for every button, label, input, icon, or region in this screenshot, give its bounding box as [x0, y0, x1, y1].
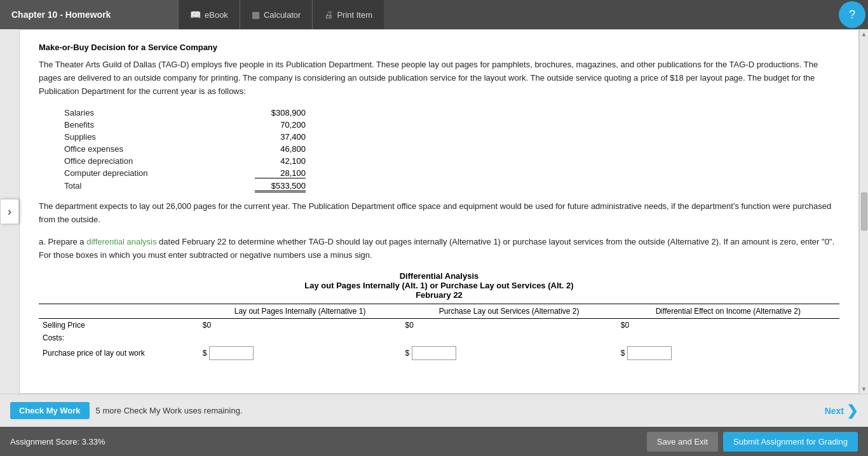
footer-bar: Assignment Score: 3.33% Save and Exit Su…: [0, 427, 868, 456]
budget-row-total: Total $533,500: [64, 180, 306, 194]
diff-input-alt2-prefix: $: [405, 349, 410, 358]
budget-row-salaries: Salaries $308,900: [64, 107, 306, 119]
assignment-score-value: 3.33%: [82, 437, 105, 446]
question-a-suffix: dated February 22 to determine whether T…: [39, 237, 834, 260]
print-icon: 🖨: [324, 10, 333, 20]
diff-input-diff-prefix: $: [621, 349, 625, 358]
chapter-title: Chapter 10 - Homework: [0, 0, 178, 29]
question-a-prefix: a. Prepare a: [39, 237, 86, 246]
diff-costs-alt2: [402, 332, 617, 344]
section-title: Make-or-Buy Decision for a Service Compa…: [39, 43, 839, 52]
left-arrow-button[interactable]: ›: [0, 199, 19, 224]
save-exit-button[interactable]: Save and Exit: [647, 432, 718, 452]
calculator-icon: ▦: [252, 10, 260, 20]
col-header-item: [39, 304, 199, 318]
tab-ebook[interactable]: 📖 eBook: [178, 0, 240, 29]
budget-row-office-expenses: Office expenses 46,800: [64, 143, 306, 155]
next-chevron-icon: ❯: [846, 403, 858, 419]
diff-row-selling-price: Selling Price $0 $0 $0: [39, 318, 839, 332]
budget-amount-benefits: 70,200: [255, 120, 306, 130]
budget-label-office-depreciation: Office depreciation: [64, 156, 133, 166]
corner-button[interactable]: ?: [839, 1, 865, 28]
diff-table-subtitle: Lay out Pages Internally (Alt. 1) or Pur…: [39, 281, 839, 290]
diff-value-sp-diff: $0: [617, 318, 839, 332]
diff-row-costs-label: Costs:: [39, 332, 839, 344]
diff-input-diff[interactable]: [627, 346, 672, 360]
check-bar: Check My Work 5 more Check My Work uses …: [0, 394, 868, 427]
budget-label-supplies: Supplies: [64, 132, 96, 142]
diff-row-purchase-price: Purchase price of lay out work $ $ $: [39, 344, 839, 362]
diff-input-alt1-prefix: $: [203, 349, 207, 358]
diff-input-alt2[interactable]: [412, 346, 456, 360]
diff-input-alt2-cell: $: [402, 344, 617, 362]
diff-label-purchase-price: Purchase price of lay out work: [39, 344, 199, 362]
assignment-score-label: Assignment Score:: [10, 437, 79, 446]
budget-label-total: Total: [64, 181, 81, 192]
budget-amount-salaries: $308,900: [255, 108, 306, 117]
diff-value-sp-alt1: $0: [199, 318, 402, 332]
diff-costs-diff: [617, 332, 839, 344]
body-paragraph-2: The department expects to lay out 26,000…: [39, 200, 839, 227]
diff-table-title: Differential Analysis: [39, 271, 839, 281]
tab-print[interactable]: 🖨 Print Item: [312, 0, 384, 29]
body-paragraph-1: The Theater Arts Guild of Dallas (TAG-D)…: [39, 58, 839, 98]
budget-row-office-depreciation: Office depreciation 42,100: [64, 155, 306, 167]
tab-calculator[interactable]: ▦ Calculator: [240, 0, 313, 29]
differential-analysis-link[interactable]: differential analysis: [86, 237, 156, 246]
diff-costs-alt1: [199, 332, 402, 344]
budget-table: Salaries $308,900 Benefits 70,200 Suppli…: [64, 107, 306, 194]
col-header-alt1: Lay out Pages Internally (Alternative 1): [199, 304, 402, 318]
next-label: Next: [825, 406, 844, 416]
diff-label-selling-price: Selling Price: [39, 318, 199, 332]
budget-label-computer-depreciation: Computer depreciation: [64, 168, 148, 178]
submit-assignment-button[interactable]: Submit Assignment for Grading: [723, 432, 858, 452]
check-left: Check My Work 5 more Check My Work uses …: [10, 402, 243, 419]
diff-input-diff-cell: $: [617, 344, 839, 362]
check-my-work-button[interactable]: Check My Work: [10, 402, 90, 419]
budget-label-benefits: Benefits: [64, 120, 94, 130]
col-header-alt2: Purchase Lay out Services (Alternative 2…: [402, 304, 617, 318]
tab-calculator-label: Calculator: [264, 10, 301, 20]
main-wrapper: › Make-or-Buy Decision for a Service Com…: [0, 29, 868, 394]
budget-row-computer-depreciation: Computer depreciation 28,100: [64, 167, 306, 180]
diff-label-costs: Costs:: [39, 332, 199, 344]
diff-table: Lay out Pages Internally (Alternative 1)…: [39, 304, 839, 362]
ebook-icon: 📖: [190, 10, 201, 20]
diff-table-date: February 22: [39, 290, 839, 300]
scrollbar[interactable]: ▲ ▼: [859, 29, 868, 394]
budget-amount-office-expenses: 46,800: [255, 144, 306, 154]
tab-print-label: Print Item: [337, 10, 372, 20]
top-bar: Chapter 10 - Homework 📖 eBook ▦ Calculat…: [0, 0, 868, 29]
differential-analysis-table: Differential Analysis Lay out Pages Inte…: [39, 271, 839, 362]
chapter-title-text: Chapter 10 - Homework: [11, 10, 111, 20]
budget-row-supplies: Supplies 37,400: [64, 131, 306, 143]
budget-label-salaries: Salaries: [64, 108, 94, 117]
footer-buttons: Save and Exit Submit Assignment for Grad…: [647, 432, 858, 452]
budget-row-benefits: Benefits 70,200: [64, 119, 306, 131]
budget-amount-total: $533,500: [255, 181, 306, 192]
check-remaining-text: 5 more Check My Work uses remaining.: [96, 406, 243, 415]
content-panel: Make-or-Buy Decision for a Service Compa…: [19, 29, 859, 394]
diff-table-header: Lay out Pages Internally (Alternative 1)…: [39, 304, 839, 318]
budget-amount-office-depreciation: 42,100: [255, 156, 306, 166]
budget-amount-supplies: 37,400: [255, 132, 306, 142]
question-a: a. Prepare a differential analysis dated…: [39, 236, 839, 262]
assignment-score: Assignment Score: 3.33%: [10, 437, 105, 446]
next-button[interactable]: Next ❯: [825, 403, 858, 419]
diff-input-alt1[interactable]: [209, 346, 254, 360]
budget-label-office-expenses: Office expenses: [64, 144, 123, 154]
diff-value-sp-alt2: $0: [402, 318, 617, 332]
tab-ebook-label: eBook: [205, 10, 228, 20]
diff-input-alt1-cell: $: [199, 344, 402, 362]
col-header-diff: Differential Effect on Income (Alternati…: [617, 304, 839, 318]
budget-amount-computer-depreciation: 28,100: [255, 168, 306, 178]
